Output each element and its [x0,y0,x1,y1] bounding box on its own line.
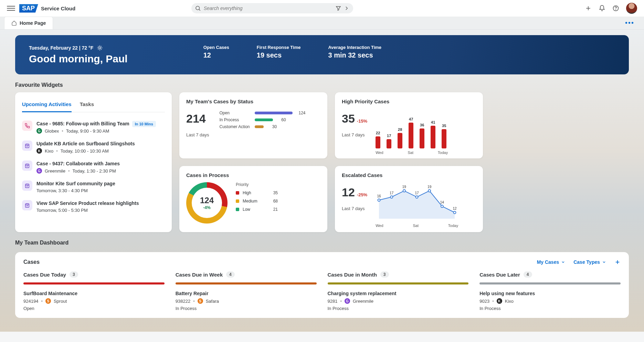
svg-point-41 [441,205,443,208]
status-bar-row: In Process 60 [220,117,321,122]
svg-point-31 [378,199,380,201]
activity-time: Today, 9:00 - 9:30 AM [66,128,109,134]
svg-rect-27 [25,204,29,207]
svg-line-12 [101,49,102,50]
hero-stat-first-response: First Response Time 19 secs [257,45,301,59]
hero-stat-avg-interaction: Average Interaction Time 3 min 32 secs [328,45,381,59]
avatar[interactable] [626,3,637,14]
svg-rect-15 [25,144,29,148]
chevron-right-icon[interactable] [344,5,350,11]
widget-escalated-cases: Escalated Cases 12 -25% Last 7 days 1617… [335,166,483,232]
card-title: High Priority Cases [342,99,476,104]
product-name: Service Cloud [41,6,75,11]
dropdown-case-types[interactable]: Case Types [573,259,606,265]
activity-item[interactable]: Case - 9685: Follow-up with Billing Team… [22,117,165,137]
filter-icon[interactable] [335,5,341,11]
widget-cases-by-status: My Team's Cases by Status 214 Last 7 day… [179,92,327,158]
tab-upcoming-activities[interactable]: Upcoming Activities [22,99,72,112]
chevron-down-icon [602,260,606,264]
company-dot: G [36,168,42,174]
count-badge: 3 [70,271,78,278]
clipboard-icon [22,160,32,171]
help-icon[interactable] [612,5,619,12]
plus-icon[interactable] [585,5,592,12]
svg-text:19: 19 [402,185,407,189]
activity-title: Monitor Kite Surf community page [36,181,115,186]
svg-point-5 [616,10,616,10]
case-column: Cases Due Today3 SurfBoard Maintenance 9… [23,271,165,311]
svg-line-13 [98,49,99,50]
activity-time: Tomorrow, 3:30 - 4:30 PM [36,188,88,193]
line-chart: 16171917191412 [376,184,458,222]
chevron-down-icon [561,260,565,264]
search-bar[interactable] [191,3,353,13]
svg-point-39 [428,190,431,192]
svg-point-6 [99,47,101,49]
phone-icon [22,121,32,131]
bell-icon[interactable] [599,5,605,12]
time-badge: In 10 Mins [132,121,156,127]
svg-line-11 [98,46,99,47]
company-dot: S [198,298,203,304]
page-content: Tuesday, February 22 | 72 °F Good mornin… [0,30,644,332]
legend-row: High35 [236,190,278,195]
activity-title: Case - 9437: Collaborate with James [36,161,120,166]
topbar-actions [585,3,637,14]
svg-point-37 [416,196,418,198]
activity-item[interactable]: Update KB Article on Surfboard Slingshot… [22,137,165,157]
clipboard-icon [22,200,32,210]
case-item[interactable]: Help using new features 9023•KKixo In Pr… [479,291,621,311]
menu-icon[interactable] [7,4,15,12]
activity-title: Update KB Article on Surfboard Slingshot… [36,141,135,146]
svg-rect-19 [25,164,29,168]
hero-stat-open-cases: Open Cases 12 [203,45,229,59]
tab-label: Home Page [20,20,46,26]
legend-row: Medium68 [236,199,278,204]
svg-line-14 [101,46,102,47]
svg-point-33 [390,196,393,198]
tab-overflow-icon[interactable]: ••• [625,19,640,27]
company-dot: K [36,148,42,154]
dropdown-my-cases[interactable]: My Cases [537,259,566,265]
hero-banner: Tuesday, February 22 | 72 °F Good mornin… [15,35,629,74]
tab-home[interactable]: Home Page [4,17,53,29]
case-item[interactable]: Battery Repair 938222•SSafara In Process [176,291,317,311]
svg-text:14: 14 [440,200,444,204]
add-case-icon[interactable] [614,259,621,265]
status-bar-row: Open 124 [220,111,321,115]
case-item[interactable]: SurfBoard Maintenance 924194•SSprout Ope… [23,291,165,311]
search-input[interactable] [204,6,333,11]
team-dashboard: Cases My Cases Case Types Cases Due Toda… [15,252,629,318]
hero-date-weather: Tuesday, February 22 | 72 °F [29,45,93,51]
svg-rect-23 [25,184,29,188]
search-icon [195,5,201,11]
svg-text:16: 16 [377,194,381,198]
count-badge: 3 [380,271,389,278]
tab-tasks[interactable]: Tasks [80,99,94,112]
activity-item[interactable]: Case - 9437: Collaborate with James GGre… [22,157,165,177]
activity-time: Today, 1:30 - 2:30 PM [73,168,116,174]
company-dot: K [497,298,502,304]
case-column: Cases Due in Month3 Charging system repl… [328,271,469,311]
activity-item[interactable]: View SAP Service Product release highlig… [22,197,165,216]
activity-title: Case - 9685: Follow-up with Billing Team [36,121,129,126]
activity-time: Today, 10:00 - 10:30 AM [61,148,109,154]
section-favourite-widgets: Favourite Widgets [15,82,629,88]
widget-cases-in-process: Cases in Process 124 -4% Priority High35… [179,166,327,232]
case-column: Cases Due Later4 Help using new features… [479,271,621,311]
svg-point-0 [196,6,200,10]
cases-by-status-total: 214 [186,112,209,125]
company-dot: G [345,298,350,304]
sun-icon [97,45,103,51]
activity-time: Tomorrow, 5:00 - 5:30 PM [36,208,88,213]
activity-item[interactable]: Monitor Kite Surf community page Tomorro… [22,177,165,197]
svg-text:17: 17 [390,191,394,195]
cases-by-status-period: Last 7 days [186,132,209,137]
tabbar: Home Page ••• [0,17,644,30]
widget-upcoming-activities: Upcoming Activities Tasks Case - 9685: F… [15,92,172,232]
topbar: SAP Service Cloud [0,0,644,17]
clipboard-icon [22,141,32,151]
case-item[interactable]: Charging system replacement 9281•GGreenm… [328,291,469,311]
company-dot: S [45,298,51,304]
count-badge: 4 [226,271,235,278]
